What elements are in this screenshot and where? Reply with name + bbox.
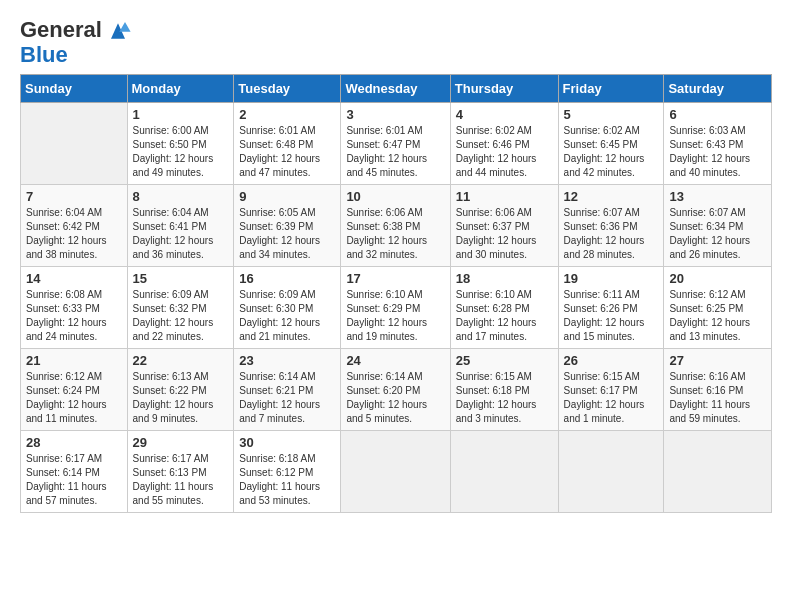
day-number: 26 — [564, 353, 659, 368]
day-number: 22 — [133, 353, 229, 368]
day-number: 11 — [456, 189, 553, 204]
weekday-header-wednesday: Wednesday — [341, 75, 450, 103]
day-number: 20 — [669, 271, 766, 286]
day-info: Sunrise: 6:04 AMSunset: 6:41 PMDaylight:… — [133, 206, 229, 262]
day-number: 18 — [456, 271, 553, 286]
calendar-cell: 15Sunrise: 6:09 AMSunset: 6:32 PMDayligh… — [127, 267, 234, 349]
calendar-cell: 21Sunrise: 6:12 AMSunset: 6:24 PMDayligh… — [21, 349, 128, 431]
calendar-cell — [450, 431, 558, 513]
day-number: 10 — [346, 189, 444, 204]
header: General Blue — [20, 16, 772, 66]
logo-blue-text: Blue — [20, 42, 68, 67]
day-number: 1 — [133, 107, 229, 122]
day-info: Sunrise: 6:17 AMSunset: 6:13 PMDaylight:… — [133, 452, 229, 508]
day-info: Sunrise: 6:03 AMSunset: 6:43 PMDaylight:… — [669, 124, 766, 180]
week-row-2: 7Sunrise: 6:04 AMSunset: 6:42 PMDaylight… — [21, 185, 772, 267]
calendar-cell: 6Sunrise: 6:03 AMSunset: 6:43 PMDaylight… — [664, 103, 772, 185]
calendar-cell: 29Sunrise: 6:17 AMSunset: 6:13 PMDayligh… — [127, 431, 234, 513]
week-row-3: 14Sunrise: 6:08 AMSunset: 6:33 PMDayligh… — [21, 267, 772, 349]
calendar-cell: 11Sunrise: 6:06 AMSunset: 6:37 PMDayligh… — [450, 185, 558, 267]
day-number: 14 — [26, 271, 122, 286]
day-info: Sunrise: 6:16 AMSunset: 6:16 PMDaylight:… — [669, 370, 766, 426]
calendar-cell: 8Sunrise: 6:04 AMSunset: 6:41 PMDaylight… — [127, 185, 234, 267]
day-info: Sunrise: 6:04 AMSunset: 6:42 PMDaylight:… — [26, 206, 122, 262]
day-number: 27 — [669, 353, 766, 368]
day-number: 3 — [346, 107, 444, 122]
day-info: Sunrise: 6:12 AMSunset: 6:24 PMDaylight:… — [26, 370, 122, 426]
calendar-cell: 26Sunrise: 6:15 AMSunset: 6:17 PMDayligh… — [558, 349, 664, 431]
day-number: 12 — [564, 189, 659, 204]
calendar-cell — [341, 431, 450, 513]
calendar-cell: 19Sunrise: 6:11 AMSunset: 6:26 PMDayligh… — [558, 267, 664, 349]
day-info: Sunrise: 6:01 AMSunset: 6:48 PMDaylight:… — [239, 124, 335, 180]
calendar-cell: 27Sunrise: 6:16 AMSunset: 6:16 PMDayligh… — [664, 349, 772, 431]
calendar-cell: 30Sunrise: 6:18 AMSunset: 6:12 PMDayligh… — [234, 431, 341, 513]
weekday-header-saturday: Saturday — [664, 75, 772, 103]
day-number: 2 — [239, 107, 335, 122]
day-number: 4 — [456, 107, 553, 122]
weekday-header-sunday: Sunday — [21, 75, 128, 103]
day-info: Sunrise: 6:10 AMSunset: 6:28 PMDaylight:… — [456, 288, 553, 344]
calendar-table: SundayMondayTuesdayWednesdayThursdayFrid… — [20, 74, 772, 513]
weekday-header-thursday: Thursday — [450, 75, 558, 103]
calendar-cell: 4Sunrise: 6:02 AMSunset: 6:46 PMDaylight… — [450, 103, 558, 185]
day-info: Sunrise: 6:09 AMSunset: 6:30 PMDaylight:… — [239, 288, 335, 344]
day-number: 21 — [26, 353, 122, 368]
day-number: 13 — [669, 189, 766, 204]
weekday-header-monday: Monday — [127, 75, 234, 103]
day-info: Sunrise: 6:07 AMSunset: 6:36 PMDaylight:… — [564, 206, 659, 262]
day-info: Sunrise: 6:15 AMSunset: 6:18 PMDaylight:… — [456, 370, 553, 426]
day-number: 15 — [133, 271, 229, 286]
calendar-cell — [558, 431, 664, 513]
calendar-cell: 2Sunrise: 6:01 AMSunset: 6:48 PMDaylight… — [234, 103, 341, 185]
day-info: Sunrise: 6:02 AMSunset: 6:45 PMDaylight:… — [564, 124, 659, 180]
logo-icon — [104, 16, 132, 44]
calendar-cell: 10Sunrise: 6:06 AMSunset: 6:38 PMDayligh… — [341, 185, 450, 267]
weekday-header-row: SundayMondayTuesdayWednesdayThursdayFrid… — [21, 75, 772, 103]
logo: General Blue — [20, 16, 132, 66]
day-number: 28 — [26, 435, 122, 450]
calendar-cell: 1Sunrise: 6:00 AMSunset: 6:50 PMDaylight… — [127, 103, 234, 185]
calendar-cell: 22Sunrise: 6:13 AMSunset: 6:22 PMDayligh… — [127, 349, 234, 431]
page: General Blue SundayMondayTuesdayWednesda… — [0, 0, 792, 523]
day-info: Sunrise: 6:17 AMSunset: 6:14 PMDaylight:… — [26, 452, 122, 508]
day-number: 5 — [564, 107, 659, 122]
day-info: Sunrise: 6:06 AMSunset: 6:37 PMDaylight:… — [456, 206, 553, 262]
calendar-cell: 12Sunrise: 6:07 AMSunset: 6:36 PMDayligh… — [558, 185, 664, 267]
calendar-cell: 23Sunrise: 6:14 AMSunset: 6:21 PMDayligh… — [234, 349, 341, 431]
calendar-cell: 14Sunrise: 6:08 AMSunset: 6:33 PMDayligh… — [21, 267, 128, 349]
calendar-cell: 16Sunrise: 6:09 AMSunset: 6:30 PMDayligh… — [234, 267, 341, 349]
day-number: 7 — [26, 189, 122, 204]
calendar-cell: 20Sunrise: 6:12 AMSunset: 6:25 PMDayligh… — [664, 267, 772, 349]
day-number: 23 — [239, 353, 335, 368]
day-info: Sunrise: 6:06 AMSunset: 6:38 PMDaylight:… — [346, 206, 444, 262]
calendar-cell: 13Sunrise: 6:07 AMSunset: 6:34 PMDayligh… — [664, 185, 772, 267]
calendar-cell: 5Sunrise: 6:02 AMSunset: 6:45 PMDaylight… — [558, 103, 664, 185]
day-number: 30 — [239, 435, 335, 450]
day-number: 17 — [346, 271, 444, 286]
day-number: 25 — [456, 353, 553, 368]
calendar-cell: 3Sunrise: 6:01 AMSunset: 6:47 PMDaylight… — [341, 103, 450, 185]
day-info: Sunrise: 6:00 AMSunset: 6:50 PMDaylight:… — [133, 124, 229, 180]
day-info: Sunrise: 6:05 AMSunset: 6:39 PMDaylight:… — [239, 206, 335, 262]
day-info: Sunrise: 6:10 AMSunset: 6:29 PMDaylight:… — [346, 288, 444, 344]
week-row-5: 28Sunrise: 6:17 AMSunset: 6:14 PMDayligh… — [21, 431, 772, 513]
week-row-1: 1Sunrise: 6:00 AMSunset: 6:50 PMDaylight… — [21, 103, 772, 185]
day-number: 24 — [346, 353, 444, 368]
day-info: Sunrise: 6:01 AMSunset: 6:47 PMDaylight:… — [346, 124, 444, 180]
calendar-cell: 7Sunrise: 6:04 AMSunset: 6:42 PMDaylight… — [21, 185, 128, 267]
weekday-header-friday: Friday — [558, 75, 664, 103]
logo-text: General — [20, 19, 102, 41]
day-info: Sunrise: 6:11 AMSunset: 6:26 PMDaylight:… — [564, 288, 659, 344]
day-info: Sunrise: 6:14 AMSunset: 6:20 PMDaylight:… — [346, 370, 444, 426]
day-info: Sunrise: 6:07 AMSunset: 6:34 PMDaylight:… — [669, 206, 766, 262]
calendar-cell — [664, 431, 772, 513]
day-number: 9 — [239, 189, 335, 204]
day-info: Sunrise: 6:14 AMSunset: 6:21 PMDaylight:… — [239, 370, 335, 426]
calendar-cell: 25Sunrise: 6:15 AMSunset: 6:18 PMDayligh… — [450, 349, 558, 431]
day-info: Sunrise: 6:18 AMSunset: 6:12 PMDaylight:… — [239, 452, 335, 508]
day-info: Sunrise: 6:15 AMSunset: 6:17 PMDaylight:… — [564, 370, 659, 426]
calendar-cell: 24Sunrise: 6:14 AMSunset: 6:20 PMDayligh… — [341, 349, 450, 431]
calendar-cell: 18Sunrise: 6:10 AMSunset: 6:28 PMDayligh… — [450, 267, 558, 349]
weekday-header-tuesday: Tuesday — [234, 75, 341, 103]
